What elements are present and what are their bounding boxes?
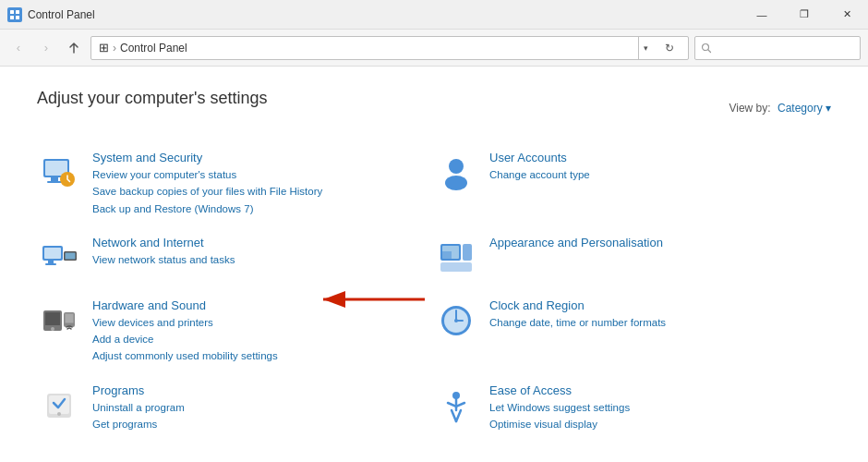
hardware-icon	[37, 298, 81, 343]
svg-point-33	[57, 412, 61, 416]
programs-link-1[interactable]: Uninstall a program	[92, 400, 419, 416]
system-text: System and Security Review your computer…	[92, 151, 419, 217]
title-bar: Control Panel — ❐ ✕	[0, 0, 868, 30]
breadcrumb-home-icon: ⊞	[99, 41, 109, 55]
ease-text: Ease of Access Let Windows suggest setti…	[489, 383, 816, 433]
svg-point-25	[51, 327, 54, 331]
clock-title[interactable]: Clock and Region	[489, 298, 816, 312]
user-icon	[434, 151, 478, 195]
maximize-button[interactable]: ❐	[783, 0, 826, 30]
address-field[interactable]: ⊞ › Control Panel ▾ ↻	[90, 36, 689, 60]
programs-icon	[37, 383, 81, 428]
system-link-1[interactable]: Review your computer's status	[92, 167, 419, 183]
hardware-links: View devices and printers Add a device A…	[92, 315, 419, 365]
svg-rect-14	[48, 261, 54, 263]
ease-links: Let Windows suggest settings Optimise vi…	[489, 400, 816, 433]
svg-rect-15	[45, 263, 56, 265]
view-by-value[interactable]: Category ▾	[778, 102, 831, 115]
search-icon	[701, 43, 712, 54]
svg-rect-8	[47, 181, 62, 183]
hardware-link-1[interactable]: View devices and printers	[92, 315, 419, 331]
refresh-button[interactable]: ↻	[658, 37, 681, 59]
hardware-text: Hardware and Sound View devices and prin…	[92, 298, 419, 365]
appearance-text: Appearance and Personalisation	[489, 236, 816, 252]
view-by: View by: Category ▾	[729, 102, 831, 115]
system-icon	[37, 151, 81, 195]
address-dropdown[interactable]: ▾	[638, 36, 653, 60]
svg-point-11	[445, 176, 467, 190]
category-network[interactable]: Network and Internet View network status…	[37, 226, 434, 289]
svg-rect-24	[45, 312, 60, 325]
programs-title[interactable]: Programs	[92, 383, 419, 397]
clock-link-1[interactable]: Change date, time or number formats	[489, 315, 816, 331]
network-link-1[interactable]: View network status and tasks	[92, 252, 419, 268]
network-title[interactable]: Network and Internet	[92, 236, 419, 249]
svg-rect-7	[51, 177, 58, 181]
svg-rect-22	[440, 262, 472, 272]
main-content: Adjust your computer's settings View by:…	[0, 67, 868, 462]
minimize-button[interactable]: —	[741, 0, 783, 30]
ease-link-1[interactable]: Let Windows suggest settings	[489, 400, 816, 416]
user-text: User Accounts Change account type	[489, 151, 816, 183]
category-hardware[interactable]: Hardware and Sound View devices and prin…	[37, 289, 434, 374]
search-input[interactable]	[716, 42, 854, 55]
svg-rect-3	[16, 16, 19, 19]
ease-icon	[434, 383, 478, 428]
svg-rect-1	[16, 10, 19, 14]
ease-link-2[interactable]: Optimise visual display	[489, 417, 816, 432]
clock-links: Change date, time or number formats	[489, 315, 816, 331]
svg-rect-27	[66, 313, 74, 322]
user-links: Change account type	[489, 167, 816, 183]
category-ease[interactable]: Ease of Access Let Windows suggest setti…	[434, 374, 831, 443]
title-bar-left: Control Panel	[7, 7, 95, 22]
view-by-label: View by:	[729, 102, 770, 115]
category-clock[interactable]: Clock and Region Change date, time or nu…	[434, 289, 831, 374]
hardware-link-3[interactable]: Adjust commonly used mobility settings	[92, 348, 419, 364]
svg-rect-17	[66, 252, 76, 259]
clock-icon	[434, 298, 478, 343]
close-button[interactable]: ✕	[826, 0, 868, 30]
system-link-2[interactable]: Save backup copies of your files with Fi…	[92, 184, 419, 200]
page-title: Adjust your computer's settings	[37, 89, 268, 108]
svg-rect-0	[10, 10, 14, 14]
hardware-title[interactable]: Hardware and Sound	[92, 298, 419, 312]
title-bar-controls: — ❐ ✕	[741, 0, 868, 30]
categories-grid: System and Security Review your computer…	[37, 141, 831, 442]
network-icon	[37, 236, 81, 280]
appearance-icon	[434, 236, 478, 280]
user-link-1[interactable]: Change account type	[489, 167, 816, 183]
clock-text: Clock and Region Change date, time or nu…	[489, 298, 816, 331]
category-appearance[interactable]: Appearance and Personalisation	[434, 226, 831, 289]
user-title[interactable]: User Accounts	[489, 151, 816, 164]
svg-rect-2	[10, 16, 14, 19]
system-title[interactable]: System and Security	[92, 151, 419, 164]
programs-links: Uninstall a program Get programs	[92, 400, 419, 433]
system-link-3[interactable]: Back up and Restore (Windows 7)	[92, 201, 419, 217]
network-text: Network and Internet View network status…	[92, 236, 419, 268]
svg-rect-13	[44, 248, 61, 259]
svg-point-10	[449, 159, 464, 174]
svg-point-4	[703, 43, 709, 50]
svg-rect-21	[463, 244, 472, 261]
svg-rect-20	[442, 251, 452, 259]
programs-text: Programs Uninstall a program Get program…	[92, 383, 419, 433]
app-icon	[7, 7, 22, 22]
up-button[interactable]	[63, 37, 85, 59]
breadcrumb-label: Control Panel	[120, 42, 187, 55]
category-user[interactable]: User Accounts Change account type	[434, 141, 831, 226]
breadcrumb-separator: ›	[113, 42, 116, 55]
programs-link-2[interactable]: Get programs	[92, 417, 419, 432]
svg-point-30	[454, 319, 458, 322]
search-box[interactable]	[694, 36, 861, 60]
appearance-title[interactable]: Appearance and Personalisation	[489, 236, 816, 249]
window-title: Control Panel	[28, 8, 95, 21]
forward-button[interactable]: ›	[35, 37, 57, 59]
category-programs[interactable]: Programs Uninstall a program Get program…	[37, 374, 434, 443]
ease-title[interactable]: Ease of Access	[489, 383, 816, 397]
network-links: View network status and tasks	[92, 252, 419, 268]
back-button[interactable]: ‹	[7, 37, 30, 59]
system-links: Review your computer's status Save backu…	[92, 167, 419, 217]
address-bar: ‹ › ⊞ › Control Panel ▾ ↻	[0, 30, 868, 67]
category-system[interactable]: System and Security Review your computer…	[37, 141, 434, 226]
hardware-link-2[interactable]: Add a device	[92, 332, 419, 347]
